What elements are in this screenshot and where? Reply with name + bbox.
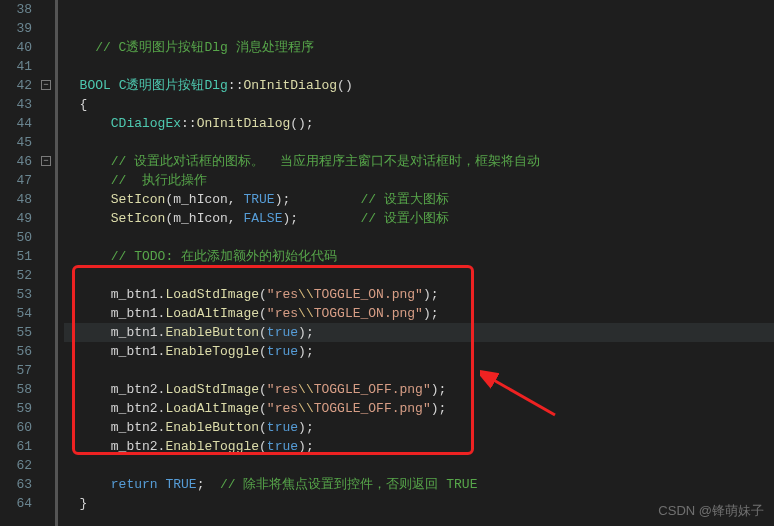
line-number: 39 xyxy=(0,19,32,38)
line-number: 46 xyxy=(0,152,32,171)
line-number: 52 xyxy=(0,266,32,285)
line-number: 38 xyxy=(0,0,32,19)
line-number: 60 xyxy=(0,418,32,437)
outline-margin xyxy=(55,0,58,526)
code-line[interactable]: m_btn2.LoadStdImage("res\\TOGGLE_OFF.png… xyxy=(64,380,774,399)
code-line[interactable]: // TODO: 在此添加额外的初始化代码 xyxy=(64,247,774,266)
code-line[interactable]: // 执行此操作 xyxy=(64,171,774,190)
line-number: 41 xyxy=(0,57,32,76)
line-number: 54 xyxy=(0,304,32,323)
line-number-gutter: 3839404142434445464748495051525354555657… xyxy=(0,0,40,526)
code-line[interactable]: m_btn1.EnableButton(true); xyxy=(64,323,774,342)
line-number: 43 xyxy=(0,95,32,114)
code-line[interactable]: SetIcon(m_hIcon, TRUE); // 设置大图标 xyxy=(64,190,774,209)
line-number: 61 xyxy=(0,437,32,456)
fold-toggle-icon[interactable]: − xyxy=(41,80,51,90)
code-line[interactable] xyxy=(64,361,774,380)
code-line[interactable]: m_btn2.EnableButton(true); xyxy=(64,418,774,437)
code-line[interactable]: m_btn2.EnableToggle(true); xyxy=(64,437,774,456)
line-number: 51 xyxy=(0,247,32,266)
line-number: 59 xyxy=(0,399,32,418)
line-number: 55 xyxy=(0,323,32,342)
code-line[interactable] xyxy=(64,266,774,285)
code-line[interactable]: m_btn1.EnableToggle(true); xyxy=(64,342,774,361)
line-number: 62 xyxy=(0,456,32,475)
code-line[interactable]: m_btn1.LoadStdImage("res\\TOGGLE_ON.png"… xyxy=(64,285,774,304)
line-number: 64 xyxy=(0,494,32,513)
code-line[interactable]: m_btn1.LoadAltImage("res\\TOGGLE_ON.png"… xyxy=(64,304,774,323)
code-line[interactable]: CDialogEx::OnInitDialog(); xyxy=(64,114,774,133)
line-number: 56 xyxy=(0,342,32,361)
line-number: 53 xyxy=(0,285,32,304)
code-line[interactable] xyxy=(64,133,774,152)
code-line[interactable] xyxy=(64,228,774,247)
line-number: 42 xyxy=(0,76,32,95)
line-number: 57 xyxy=(0,361,32,380)
code-line[interactable]: return TRUE; // 除非将焦点设置到控件，否则返回 TRUE xyxy=(64,475,774,494)
code-line[interactable]: // 设置此对话框的图标。 当应用程序主窗口不是对话框时，框架将自动 xyxy=(64,152,774,171)
fold-column: −− xyxy=(40,0,54,526)
code-line[interactable]: BOOL C透明图片按钮Dlg::OnInitDialog() xyxy=(64,76,774,95)
code-line[interactable]: // C透明图片按钮Dlg 消息处理程序 xyxy=(64,38,774,57)
line-number: 40 xyxy=(0,38,32,57)
line-number: 49 xyxy=(0,209,32,228)
line-number: 45 xyxy=(0,133,32,152)
watermark-text: CSDN @锋萌妹子 xyxy=(658,502,764,520)
line-number: 48 xyxy=(0,190,32,209)
line-number: 44 xyxy=(0,114,32,133)
code-editor[interactable]: 3839404142434445464748495051525354555657… xyxy=(0,0,774,526)
line-number: 47 xyxy=(0,171,32,190)
line-number: 58 xyxy=(0,380,32,399)
code-line[interactable] xyxy=(64,0,774,19)
code-line[interactable]: { xyxy=(64,95,774,114)
fold-toggle-icon[interactable]: − xyxy=(41,156,51,166)
line-number: 63 xyxy=(0,475,32,494)
code-line[interactable] xyxy=(64,456,774,475)
code-line[interactable] xyxy=(64,57,774,76)
code-line[interactable] xyxy=(64,19,774,38)
code-line[interactable]: m_btn2.LoadAltImage("res\\TOGGLE_OFF.png… xyxy=(64,399,774,418)
code-line[interactable]: SetIcon(m_hIcon, FALSE); // 设置小图标 xyxy=(64,209,774,228)
code-area[interactable]: // C透明图片按钮Dlg 消息处理程序 BOOL C透明图片按钮Dlg::On… xyxy=(64,0,774,526)
line-number: 50 xyxy=(0,228,32,247)
